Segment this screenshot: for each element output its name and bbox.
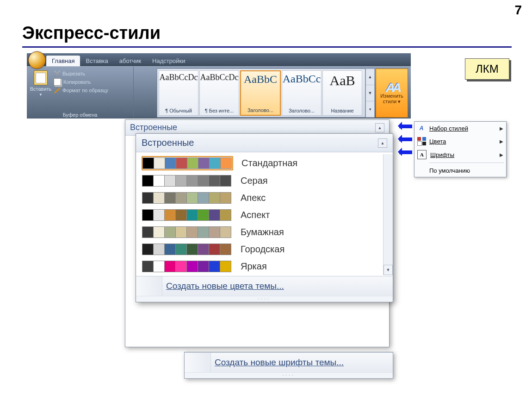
color-swatch <box>220 175 231 187</box>
tabstrip: Главная Вставка аботчик Надстройки <box>27 53 411 66</box>
paste-label: Вставить <box>30 86 52 92</box>
ribbon: Главная Вставка аботчик Надстройки Встав… <box>27 53 411 119</box>
color-swatch <box>186 209 198 221</box>
page-number: 7 <box>514 3 522 18</box>
arrow-icon <box>396 148 412 156</box>
color-swatch <box>198 226 209 238</box>
menu-separator <box>429 162 504 163</box>
resize-grip[interactable]: ···· <box>185 372 393 378</box>
scroll-down-button[interactable]: ▼ <box>384 265 393 275</box>
styleset-header-label: Встроенные <box>130 123 177 132</box>
color-swatch <box>175 226 187 238</box>
color-swatch <box>198 157 210 169</box>
colors-popup: Встроенные ▲ СтандартнаяСераяАпексАспект… <box>136 133 393 302</box>
color-swatch <box>186 261 198 272</box>
change-styles-icon: AA <box>385 82 398 93</box>
color-swatch <box>142 192 154 204</box>
color-swatches <box>142 191 232 205</box>
color-scheme-row[interactable]: Стандартная <box>141 154 383 172</box>
color-swatch <box>220 209 231 221</box>
arrow-icon <box>396 135 412 143</box>
gallery-spinner: ▲ ▼ ▾ <box>365 69 375 118</box>
tab-insert[interactable]: Вставка <box>80 56 113 66</box>
color-swatch <box>187 157 198 169</box>
color-swatch <box>186 192 198 204</box>
format-painter-label: Формат по образцу <box>62 88 108 93</box>
group-clipboard-label: Буфер обмена <box>30 112 130 119</box>
create-fonts-label: Создать новые шрифты темы... <box>215 357 344 367</box>
menu-label: Набор стилей <box>429 125 468 132</box>
style-label: Заголово... <box>247 107 273 113</box>
color-swatch <box>175 192 187 204</box>
style-label: Название <box>331 108 353 113</box>
style-normal[interactable]: AaBbCcDc ¶ Обычный <box>159 70 198 116</box>
brush-icon <box>54 87 60 94</box>
style-heading1[interactable]: AaBbC Заголово... <box>240 70 281 116</box>
color-swatch <box>165 157 176 169</box>
style-sample: AaB <box>330 73 355 88</box>
color-swatch <box>164 192 176 204</box>
color-swatch <box>220 157 232 169</box>
cut-button[interactable]: Вырезать <box>54 70 108 77</box>
color-swatch <box>142 209 154 221</box>
colors-icon <box>417 137 426 145</box>
gallery-up-button[interactable]: ▲ <box>366 69 374 85</box>
menu-style-set[interactable]: A Набор стилей ▶ <box>414 122 506 135</box>
format-painter-button[interactable]: Формат по образцу <box>54 87 108 94</box>
styles-gallery[interactable]: AaBbCcDc ¶ Обычный AaBbCcDc ¶ Без инте..… <box>157 69 365 118</box>
color-scheme-row[interactable]: Аспект <box>141 206 383 224</box>
color-swatch <box>153 244 165 255</box>
color-swatch <box>186 244 198 255</box>
color-scheme-list: СтандартнаяСераяАпексАспектБумажнаяГород… <box>141 154 383 275</box>
clipboard-icon <box>34 70 48 85</box>
arrow-icon <box>396 122 412 130</box>
create-new-theme-fonts[interactable]: Создать новые шрифты темы... <box>211 353 393 372</box>
color-swatch <box>186 226 198 238</box>
create-new-theme-colors[interactable]: Создать новые цвета темы... <box>162 276 393 296</box>
gallery-down-button[interactable]: ▼ <box>366 85 374 101</box>
colors-popup-footer: Создать новые цвета темы... <box>136 276 393 296</box>
scheme-name: Стандартная <box>241 158 297 169</box>
paste-button[interactable]: Вставить ▼ <box>30 69 52 112</box>
office-button[interactable] <box>28 51 46 69</box>
color-swatch <box>153 192 165 204</box>
callout-lkm: ЛКМ <box>465 58 509 80</box>
tab-developer[interactable]: аботчик <box>114 56 147 66</box>
color-swatch <box>209 175 220 187</box>
menu-label: Шрифты <box>430 151 454 158</box>
tab-addins[interactable]: Надстройки <box>147 56 191 66</box>
color-scheme-row[interactable]: Бумажная <box>141 224 383 241</box>
menu-fonts[interactable]: A Шрифты ▶ <box>414 148 506 162</box>
color-swatch <box>142 175 154 187</box>
group-styles: AaBbCcDc ¶ Обычный AaBbCcDc ¶ Без инте..… <box>134 67 411 119</box>
color-swatches <box>142 260 232 273</box>
color-scheme-row[interactable]: Городская <box>141 241 383 258</box>
color-scheme-row[interactable]: Серая <box>141 172 383 189</box>
style-title[interactable]: AaB Название <box>322 70 362 116</box>
scrollbar[interactable]: ▼ <box>383 154 393 275</box>
clipboard-stack: Вырезать Копировать Формат по образцу <box>52 69 108 112</box>
resize-grip[interactable]: ···· <box>136 296 393 302</box>
style-no-spacing[interactable]: AaBbCcDc ¶ Без инте... <box>199 70 239 116</box>
scheme-name: Городская <box>241 244 285 255</box>
style-label: ¶ Обычный <box>165 108 192 113</box>
change-styles-menu: A Набор стилей ▶ Цвета ▶ A Шрифты ▶ По у… <box>414 121 507 177</box>
color-scheme-row[interactable]: Апекс <box>141 189 383 206</box>
style-heading2[interactable]: AaBbCc Заголово... <box>282 70 322 116</box>
copy-button[interactable]: Копировать <box>54 78 108 86</box>
color-swatch <box>153 226 165 238</box>
tab-home[interactable]: Главная <box>46 56 80 66</box>
scroll-up-button[interactable]: ▲ <box>378 138 387 148</box>
menu-default[interactable]: По умолчанию <box>414 164 506 177</box>
color-scheme-row[interactable]: Яркая <box>141 258 383 275</box>
group-clipboard: Вставить ▼ Вырезать Копировать <box>27 67 134 119</box>
chevron-right-icon: ▶ <box>500 126 503 131</box>
scroll-up-button[interactable]: ▲ <box>375 123 384 132</box>
menu-colors[interactable]: Цвета ▶ <box>414 135 506 148</box>
color-swatches <box>142 174 232 188</box>
change-styles-button[interactable]: AA Изменить стили ▾ <box>376 69 408 118</box>
style-sample: AaBbCcDc <box>160 73 198 82</box>
gallery-more-button[interactable]: ▾ <box>366 101 374 117</box>
copy-icon <box>54 78 61 86</box>
color-swatch <box>164 209 176 221</box>
